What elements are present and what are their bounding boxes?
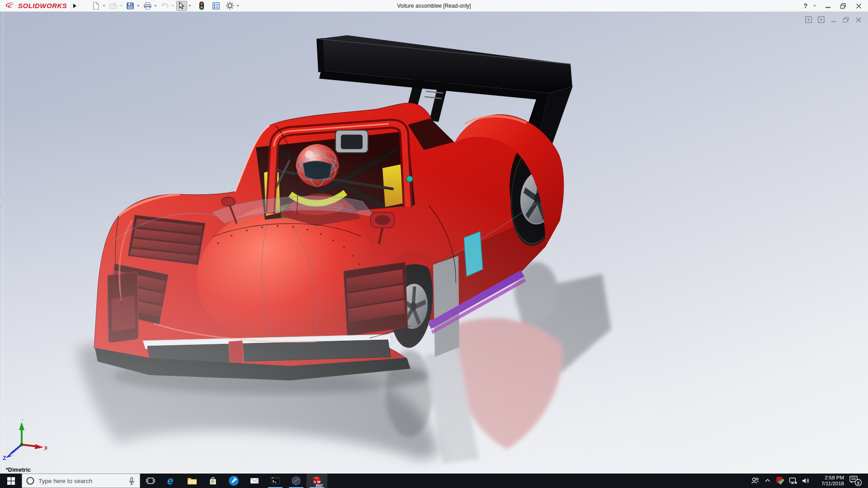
help-button[interactable]: ? <box>802 2 808 9</box>
restore-icon <box>843 17 849 23</box>
app-logo-text: SOLIDWORKS <box>18 2 67 9</box>
windows-taskbar: e <box>0 474 868 488</box>
open-dropdown-arrow-icon[interactable] <box>118 1 124 11</box>
graphics-viewport[interactable]: Y X Z *Dimetric <box>0 12 868 474</box>
start-button[interactable] <box>0 474 22 488</box>
view-orientation-label: *Dimetric <box>6 467 31 473</box>
feature-panel-splitter <box>3 12 3 474</box>
volume-icon <box>801 476 811 486</box>
next-view-button[interactable] <box>818 16 825 23</box>
options-dropdown-arrow-icon[interactable] <box>235 1 241 11</box>
solidworks-monitor-tray-button[interactable] <box>774 474 786 488</box>
new-dropdown-arrow-icon[interactable] <box>101 1 107 11</box>
close-button[interactable] <box>853 1 864 11</box>
left-fender-louvers[interactable] <box>128 215 205 265</box>
help-dropdown-arrow-icon[interactable] <box>812 1 817 11</box>
undo-button[interactable] <box>159 1 170 11</box>
taskbar-search-box[interactable] <box>22 474 140 488</box>
taskbar-clock[interactable]: 2:58 PM 7/11/2018 <box>812 475 846 487</box>
close-icon <box>856 3 862 9</box>
open-button[interactable] <box>108 1 118 11</box>
hidden-icons-chevron-icon <box>764 477 772 485</box>
panel-splitter-handle[interactable] <box>0 193 3 207</box>
previous-view-icon <box>805 16 812 23</box>
clock-date: 7/11/2018 <box>821 481 844 487</box>
task-view-icon <box>146 476 156 486</box>
taskbar-hexagon-app-button[interactable] <box>286 474 307 488</box>
taskbar-edge-button[interactable]: e <box>161 474 182 488</box>
network-button[interactable] <box>787 474 799 488</box>
options-button[interactable] <box>224 1 235 11</box>
people-icon <box>750 476 760 486</box>
file-properties-icon <box>212 2 220 10</box>
3d-model-canvas[interactable] <box>0 12 868 474</box>
solidworks-logo: SOLIDWORKS <box>0 0 71 11</box>
select-tool-button[interactable] <box>176 1 187 11</box>
brake-duct-panel[interactable] <box>108 272 139 343</box>
solidworks-monitor-icon <box>775 476 785 486</box>
solidworks-cube-icon: S W 2017 <box>311 474 323 487</box>
action-center-button[interactable]: 2 <box>847 474 864 488</box>
select-dropdown-arrow-icon[interactable] <box>187 1 193 11</box>
y-axis-label: Y <box>21 419 24 422</box>
doc-close-button[interactable] <box>855 17 862 23</box>
notification-count: 2 <box>857 480 859 485</box>
z-axis-arrow <box>5 450 14 458</box>
store-bag-icon <box>208 475 218 486</box>
doc-restore-button[interactable] <box>843 17 849 23</box>
print-icon <box>143 2 152 10</box>
side-window-opening[interactable] <box>464 231 483 277</box>
document-window-controls <box>805 16 862 23</box>
print-dropdown-arrow-icon[interactable] <box>153 1 158 11</box>
volume-button[interactable] <box>800 474 811 488</box>
action-center-icon: 2 <box>849 475 862 487</box>
windows-logo-icon <box>7 477 15 485</box>
helmet-visor <box>303 161 332 179</box>
minimize-button[interactable] <box>822 1 834 11</box>
hidden-icons-button[interactable] <box>762 474 774 488</box>
taskbar-tools-button[interactable] <box>223 474 244 488</box>
select-cursor-icon <box>178 2 185 9</box>
solidworks-window: SOLIDWORKS <box>0 0 868 488</box>
task-view-button[interactable] <box>140 474 161 488</box>
new-document-icon <box>92 2 100 10</box>
mail-envelope-icon <box>249 475 260 486</box>
doc-minimize-button[interactable] <box>830 17 837 23</box>
people-button[interactable] <box>749 474 761 488</box>
yellow-accent <box>299 197 302 201</box>
network-icon <box>788 476 798 486</box>
rebuild-traffic-light-icon <box>199 1 204 10</box>
intake-camera-box[interactable] <box>335 130 368 153</box>
undo-dropdown-arrow-icon[interactable] <box>170 1 175 11</box>
blue-wrench-circle-icon <box>228 475 239 486</box>
save-button[interactable] <box>125 1 136 11</box>
previous-view-button[interactable] <box>805 16 812 23</box>
new-document-button[interactable] <box>90 1 101 11</box>
command-prompt-icon <box>270 475 281 486</box>
taskbar-file-explorer-button[interactable] <box>182 474 203 488</box>
menu-flyout-arrow-icon[interactable] <box>71 1 79 10</box>
clock-time: 2:58 PM <box>825 475 844 481</box>
taskbar-cmd-button[interactable] <box>265 474 286 488</box>
print-button[interactable] <box>142 1 153 11</box>
options-gear-icon <box>226 1 234 10</box>
close-icon <box>855 17 862 23</box>
main-toolbar <box>90 0 241 11</box>
microphone-icon[interactable] <box>127 476 136 486</box>
search-circle-icon <box>26 476 35 485</box>
ds-swoosh-icon <box>5 2 16 10</box>
app-title-bar: SOLIDWORKS <box>0 0 868 12</box>
window-title: Voiture assomblee [Read-only] <box>397 0 471 12</box>
edge-browser-icon: e <box>165 475 177 487</box>
search-input[interactable] <box>38 478 123 484</box>
rebuild-button[interactable] <box>196 1 207 11</box>
save-floppy-icon <box>126 2 134 10</box>
svg-text:2017: 2017 <box>316 484 323 487</box>
save-dropdown-arrow-icon[interactable] <box>136 1 141 11</box>
file-properties-button[interactable] <box>211 1 222 11</box>
taskbar-solidworks-button[interactable]: S W 2017 <box>307 474 327 488</box>
restore-button[interactable] <box>837 1 849 11</box>
right-fender-louvers[interactable] <box>344 262 408 336</box>
taskbar-mail-button[interactable] <box>244 474 265 488</box>
taskbar-store-button[interactable] <box>203 474 223 488</box>
